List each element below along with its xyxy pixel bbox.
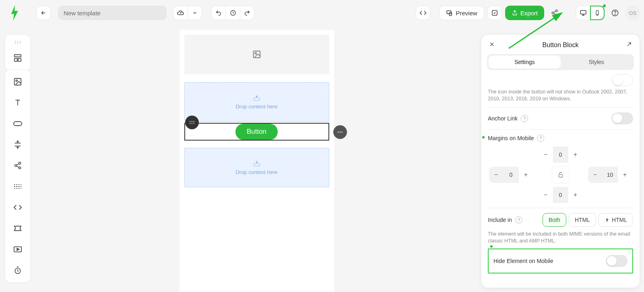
minus-icon[interactable]: − bbox=[489, 167, 504, 183]
margin-right-stepper[interactable]: − 10 + bbox=[588, 167, 632, 183]
svg-marker-31 bbox=[17, 248, 19, 251]
svg-rect-21 bbox=[14, 79, 21, 85]
include-both-pill[interactable]: Both bbox=[543, 213, 566, 227]
svg-point-17 bbox=[20, 43, 21, 43]
svg-point-13 bbox=[17, 41, 18, 42]
svg-point-12 bbox=[15, 41, 16, 42]
export-label: Export bbox=[520, 10, 538, 17]
timer-block-icon[interactable] bbox=[9, 261, 27, 279]
banner-block-icon[interactable] bbox=[9, 220, 27, 237]
help-icon[interactable]: ? bbox=[515, 216, 522, 224]
minus-icon[interactable]: − bbox=[588, 167, 603, 183]
svg-point-41 bbox=[193, 123, 194, 124]
svg-rect-20 bbox=[18, 58, 21, 61]
plus-icon[interactable]: + bbox=[618, 167, 632, 183]
svg-point-26 bbox=[19, 167, 21, 169]
icon-toggle[interactable] bbox=[611, 74, 633, 86]
svg-point-11 bbox=[615, 14, 615, 15]
margins-mobile-label: Margins on Mobile? bbox=[488, 135, 544, 142]
margin-top-stepper[interactable]: − 0 + bbox=[539, 147, 583, 163]
lock-margins-icon[interactable] bbox=[552, 166, 570, 184]
minus-icon[interactable]: − bbox=[539, 147, 553, 163]
panel-title: Button Block bbox=[543, 41, 579, 49]
help-icon[interactable]: ? bbox=[537, 135, 544, 142]
redo-button[interactable] bbox=[240, 6, 254, 20]
history-button[interactable] bbox=[225, 6, 240, 20]
dropzone-label: Drop content here bbox=[235, 169, 277, 175]
amp-html-label: HTML bbox=[612, 217, 627, 223]
minus-icon[interactable]: − bbox=[539, 187, 553, 203]
template-name-input[interactable]: New template bbox=[58, 6, 167, 20]
plus-icon[interactable]: + bbox=[568, 187, 583, 203]
help-icon[interactable]: ? bbox=[521, 115, 528, 122]
undo-button[interactable] bbox=[211, 6, 225, 20]
structures-rail-card[interactable] bbox=[5, 34, 31, 71]
selected-button-block[interactable]: Button bbox=[184, 123, 329, 141]
hide-on-mobile-label: Hide Element on Mobile bbox=[493, 258, 553, 264]
tab-settings[interactable]: Settings bbox=[489, 56, 561, 68]
svg-point-43 bbox=[339, 132, 340, 133]
svg-rect-46 bbox=[559, 174, 562, 177]
desktop-view-button[interactable] bbox=[576, 6, 590, 20]
svg-point-14 bbox=[20, 41, 21, 42]
menu-block-icon[interactable] bbox=[9, 178, 27, 195]
text-block-icon[interactable] bbox=[9, 94, 27, 112]
svg-point-9 bbox=[597, 14, 597, 14]
user-avatar[interactable]: OS bbox=[625, 6, 640, 20]
checklist-button[interactable] bbox=[487, 6, 502, 20]
layout-icon[interactable] bbox=[9, 49, 27, 67]
plus-icon[interactable]: + bbox=[519, 167, 533, 183]
help-button[interactable] bbox=[608, 6, 622, 20]
svg-point-37 bbox=[191, 121, 192, 122]
preview-button[interactable]: Preview bbox=[439, 6, 484, 20]
svg-rect-33 bbox=[253, 51, 260, 58]
html-block-icon[interactable] bbox=[9, 199, 27, 216]
svg-point-44 bbox=[341, 132, 342, 133]
drag-handle-icon[interactable] bbox=[185, 116, 199, 129]
margin-bottom-stepper[interactable]: − 0 + bbox=[539, 187, 583, 203]
brand-logo bbox=[8, 4, 20, 22]
tab-styles[interactable]: Styles bbox=[561, 56, 633, 68]
code-view-button[interactable] bbox=[416, 6, 430, 20]
svg-point-34 bbox=[255, 52, 256, 54]
plus-icon[interactable]: + bbox=[568, 147, 583, 163]
block-more-icon[interactable] bbox=[333, 125, 347, 139]
back-button[interactable] bbox=[36, 6, 51, 20]
svg-point-38 bbox=[193, 121, 194, 122]
canvas-button[interactable]: Button bbox=[235, 124, 278, 140]
go-to-parent-icon[interactable] bbox=[626, 41, 632, 49]
svg-point-5 bbox=[552, 12, 554, 14]
preview-label: Preview bbox=[456, 10, 477, 17]
include-amp-pill[interactable]: HTML bbox=[599, 213, 633, 227]
svg-rect-35 bbox=[254, 98, 259, 100]
svg-rect-19 bbox=[14, 58, 17, 61]
button-block-icon[interactable] bbox=[9, 115, 27, 133]
svg-point-40 bbox=[191, 123, 192, 124]
include-note: The element will be included in both MIM… bbox=[488, 231, 633, 244]
email-canvas[interactable]: Drop content here Button Drop content he… bbox=[180, 30, 334, 292]
share-button[interactable] bbox=[547, 6, 562, 20]
dropzone-top[interactable]: Drop content here bbox=[184, 82, 329, 122]
margin-left-stepper[interactable]: − 0 + bbox=[489, 167, 533, 183]
svg-point-16 bbox=[17, 43, 18, 43]
video-block-icon[interactable] bbox=[9, 240, 27, 258]
anchor-link-toggle[interactable] bbox=[611, 112, 633, 124]
image-block-icon[interactable] bbox=[9, 73, 27, 91]
svg-rect-18 bbox=[14, 55, 21, 57]
svg-point-42 bbox=[338, 132, 339, 133]
svg-point-4 bbox=[555, 10, 557, 12]
cloud-sync-button[interactable] bbox=[173, 6, 188, 20]
svg-point-25 bbox=[15, 165, 17, 167]
close-icon[interactable] bbox=[489, 41, 495, 49]
social-block-icon[interactable] bbox=[9, 157, 27, 174]
hide-on-mobile-toggle[interactable] bbox=[606, 255, 627, 267]
margin-bottom-value: 0 bbox=[553, 192, 568, 198]
mobile-view-button[interactable] bbox=[590, 6, 605, 20]
include-html-pill[interactable]: HTML bbox=[569, 213, 596, 227]
cloud-dropdown-button[interactable] bbox=[188, 6, 202, 20]
image-placeholder[interactable] bbox=[184, 35, 329, 74]
dropzone-bottom[interactable]: Drop content here bbox=[184, 148, 329, 187]
spacer-block-icon[interactable] bbox=[9, 136, 27, 153]
include-in-label: Include in? bbox=[488, 216, 522, 224]
export-button[interactable]: Export bbox=[505, 6, 544, 20]
